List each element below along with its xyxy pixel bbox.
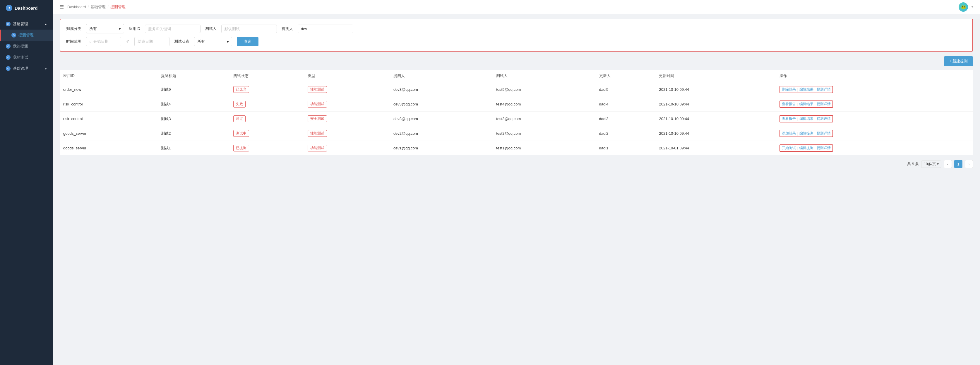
submitter-input[interactable]	[298, 25, 353, 33]
cell-app-id: goods_server	[60, 141, 158, 156]
tester-input[interactable]	[221, 25, 277, 33]
sidebar-item-my-test[interactable]: ⊙ 我的测试	[0, 52, 52, 63]
table-row: goods_server 测试1 已提测 功能测试 dev1@qq.com te…	[60, 141, 973, 156]
status-value: 所有	[197, 39, 205, 44]
cell-updater: daqi2	[596, 126, 655, 141]
cell-updater: daqi4	[596, 97, 655, 112]
col-submitter: 提测人	[390, 70, 493, 82]
action-link-1[interactable]: 编辑结果	[799, 87, 813, 92]
cell-actions: 添加结果|编辑提测|提测详情	[776, 126, 973, 141]
cell-updater: daqi1	[596, 141, 655, 156]
type-badge: 功能测试	[308, 101, 327, 107]
action-link-2[interactable]: 提测详情	[817, 116, 831, 121]
cell-status: 通过	[230, 112, 304, 126]
table-row: goods_server 测试2 测试中 性能测试 dev2@qq.com te…	[60, 126, 973, 141]
action-link-2[interactable]: 提测详情	[817, 102, 831, 107]
new-submission-button[interactable]: + 新建提测	[944, 56, 973, 66]
filter-row-1: 归属分类 所有 ▾ 应用ID 测试人 提测人	[66, 24, 967, 33]
category-label: 归属分类	[66, 26, 81, 31]
breadcrumb-current: 提测管理	[110, 5, 126, 10]
action-link-1[interactable]: 编辑提测	[799, 146, 813, 151]
sidebar-item-label-my-test: 我的测试	[13, 55, 28, 60]
sidebar-group-header-basic[interactable]: ⊙ 基础管理 ∧	[0, 18, 52, 30]
avatar[interactable]: 🐸	[959, 2, 968, 12]
action-link-0[interactable]: 查看报告	[782, 116, 796, 121]
cell-update-time: 2021-10-01 09:44	[655, 141, 776, 156]
my-submission-icon: ⊙	[6, 44, 11, 49]
cell-title: 测试2	[158, 126, 230, 141]
breadcrumb-basic-mgmt[interactable]: 基础管理	[91, 5, 106, 10]
cell-tester: test3@qq.com	[493, 112, 595, 126]
col-status: 测试状态	[230, 70, 304, 82]
action-link-2[interactable]: 提测详情	[817, 87, 831, 92]
action-link-1[interactable]: 编辑结果	[799, 102, 813, 107]
hamburger-icon[interactable]: ☰	[60, 4, 64, 10]
page-size-chevron-icon: ▾	[937, 162, 939, 166]
cell-app-id: risk_control	[60, 112, 158, 126]
table-row: risk_control 测试3 通过 安全测试 dev3@qq.com tes…	[60, 112, 973, 126]
status-select[interactable]: 所有 ▾	[194, 37, 232, 46]
cell-updater: daqi3	[596, 112, 655, 126]
action-link-0[interactable]: 添加结果	[782, 131, 796, 136]
time-label: 时间范围	[66, 39, 81, 44]
basic-mgmt-icon: ⊙	[6, 22, 11, 26]
cell-type: 功能测试	[304, 141, 390, 156]
col-title: 提测标题	[158, 70, 230, 82]
cell-title: 测试4	[158, 97, 230, 112]
cell-title: 测试3	[158, 112, 230, 126]
cell-tester: test4@qq.com	[493, 97, 595, 112]
cell-updater: daqi5	[596, 82, 655, 97]
cell-type: 性能测试	[304, 82, 390, 97]
page-size-value: 10条/页	[924, 162, 936, 167]
time-end-input[interactable]: 结束日期	[134, 37, 169, 46]
breadcrumb-sep-1: /	[88, 5, 89, 9]
time-start-input[interactable]: ○ 开始日期	[86, 37, 121, 46]
time-start-placeholder: 开始日期	[93, 39, 108, 44]
next-page-button[interactable]: ›	[965, 160, 973, 168]
submission-mgmt-icon: ⊙	[11, 33, 16, 38]
status-badge: 通过	[233, 115, 246, 122]
sidebar-item-my-submission[interactable]: ⊙ 我的提测	[0, 41, 52, 52]
action-link-0[interactable]: 开始测试	[782, 146, 796, 151]
action-link-2[interactable]: 提测详情	[817, 131, 831, 136]
query-button[interactable]: 查询	[237, 37, 258, 46]
category-select[interactable]: 所有 ▾	[86, 24, 124, 33]
breadcrumb-home[interactable]: Dashboard	[67, 5, 86, 9]
action-sep: |	[797, 116, 798, 121]
status-chevron-icon: ▾	[227, 40, 229, 44]
category-value: 所有	[89, 26, 97, 31]
prev-page-button[interactable]: ‹	[944, 160, 952, 168]
submitter-label: 提测人	[282, 26, 293, 31]
cell-actions: 查看报告|编辑结果|提测详情	[776, 112, 973, 126]
sidebar-item-label-submission: 提测管理	[18, 32, 33, 38]
sidebar-group-header-basic2[interactable]: ⊙ 基础管理 ∨	[0, 63, 52, 74]
cell-tester: test5@qq.com	[493, 82, 595, 97]
sidebar-logo-text: Dashboard	[14, 6, 37, 11]
sidebar-group-label-basic2: 基础管理	[13, 66, 28, 71]
action-link-0[interactable]: 查看报告	[782, 102, 796, 107]
cell-submitter: dev1@qq.com	[390, 141, 493, 156]
col-actions: 操作	[776, 70, 973, 82]
avatar-chevron-icon[interactable]: ▾	[972, 5, 973, 8]
page-size-select[interactable]: 10条/页 ▾	[921, 161, 941, 168]
action-link-1[interactable]: 编辑结果	[799, 116, 813, 121]
type-badge: 性能测试	[308, 130, 327, 137]
action-sep: |	[797, 102, 798, 106]
action-link-1[interactable]: 编辑提测	[799, 131, 813, 136]
status-badge: 已废弃	[233, 86, 249, 93]
main-content: ☰ Dashboard / 基础管理 / 提测管理 🐸 ▾ 归属分类 所有 ▾	[52, 0, 980, 365]
sidebar: ✦ Dashboard ⊙ 基础管理 ∧ ⊙ 提测管理 ⊙ 我的提测 ⊙	[0, 0, 52, 365]
current-page[interactable]: 1	[954, 160, 963, 168]
cell-type: 功能测试	[304, 97, 390, 112]
app-id-input[interactable]	[145, 25, 200, 33]
cell-title: 测试9	[158, 82, 230, 97]
cell-submitter: dev2@qq.com	[390, 126, 493, 141]
basic-mgmt2-icon: ⊙	[6, 66, 11, 71]
action-sep: |	[815, 116, 816, 121]
action-link-0[interactable]: 删除结果	[782, 87, 796, 92]
action-link-2[interactable]: 提测详情	[817, 146, 831, 151]
cell-update-time: 2021-10-10 09:44	[655, 112, 776, 126]
clock-icon: ○	[89, 40, 92, 44]
sidebar-item-submission-mgmt[interactable]: ⊙ 提测管理	[0, 30, 52, 41]
dashboard-icon: ✦	[6, 5, 12, 11]
